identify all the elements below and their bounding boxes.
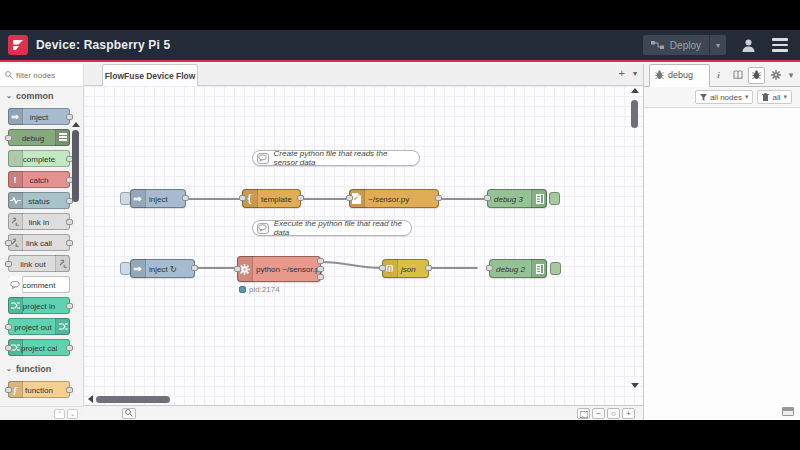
input-port[interactable]: [5, 387, 12, 393]
node-inject1[interactable]: ⇒ inject: [130, 189, 186, 208]
deploy-options-caret[interactable]: ▾: [709, 35, 726, 55]
filter-nodes-button[interactable]: all nodes ▾: [695, 90, 754, 104]
output-port[interactable]: [297, 195, 304, 201]
palette-node-debug[interactable]: debug: [8, 129, 70, 146]
input-port[interactable]: [239, 195, 246, 201]
input-port[interactable]: [486, 265, 493, 271]
config-tab-icon[interactable]: [767, 67, 784, 84]
flow-list-button[interactable]: ▾: [633, 69, 637, 78]
output-port[interactable]: [425, 265, 432, 271]
palette-node-comment[interactable]: comment: [8, 276, 70, 293]
palette-node-catch[interactable]: ! catch: [8, 171, 70, 188]
palette-filter-input[interactable]: [16, 71, 74, 80]
comment-node-execute-python[interactable]: Execute the python file that read the da…: [252, 220, 412, 236]
bug-icon: [655, 70, 664, 80]
output-port[interactable]: [191, 265, 198, 271]
input-port[interactable]: [484, 195, 491, 201]
output-port[interactable]: [66, 303, 73, 309]
debug2-toggle-button[interactable]: [550, 262, 561, 275]
canvas-search-button[interactable]: [122, 408, 136, 419]
input-port[interactable]: [5, 345, 12, 351]
link-icon: [55, 255, 70, 272]
gear-icon: [771, 70, 781, 80]
palette-node-link-call[interactable]: link call: [8, 234, 70, 251]
flow-canvas[interactable]: Create python file that reads the sensor…: [84, 86, 643, 405]
inject-icon: ⇒: [130, 189, 146, 208]
canvas-hscrollbar[interactable]: [88, 395, 170, 403]
palette-scrollbar[interactable]: [72, 122, 79, 242]
output-port[interactable]: [66, 387, 73, 393]
comment-node-create-python[interactable]: Create python file that reads the sensor…: [252, 150, 420, 166]
debug3-toggle-button[interactable]: [549, 192, 560, 205]
palette-scrollbar-thumb[interactable]: [72, 130, 79, 202]
output-port-rc[interactable]: [317, 274, 324, 280]
help-tab-icon[interactable]: [729, 67, 746, 84]
output-port[interactable]: [66, 345, 73, 351]
palette-scroll-up-button[interactable]: ⌃: [54, 409, 65, 419]
output-port[interactable]: [66, 114, 73, 120]
deploy-label: Deploy: [670, 40, 701, 51]
flowfuse-logo-icon: [8, 35, 28, 55]
sidebar-tabs-caret[interactable]: ▾: [786, 67, 796, 84]
tab-flowfuse-device-flow[interactable]: FlowFuse Device Flow: [102, 64, 198, 86]
palette-node-project-in[interactable]: project in: [8, 297, 70, 314]
palette-node-status[interactable]: status: [8, 192, 70, 209]
node-template[interactable]: { template: [242, 189, 301, 208]
comment-icon: [257, 153, 269, 164]
deploy-button[interactable]: Deploy ▾: [643, 35, 726, 55]
debug-messages-panel: [644, 108, 800, 420]
palette-node-complete[interactable]: ! complete: [8, 150, 70, 167]
canvas-hscrollbar-thumb[interactable]: [96, 396, 170, 403]
node-debug3[interactable]: debug 3: [487, 189, 547, 208]
palette-node-project-call[interactable]: project call: [8, 339, 70, 356]
project-icon: [55, 318, 70, 335]
main-menu-icon[interactable]: [770, 35, 790, 55]
output-port-stderr[interactable]: [317, 266, 324, 272]
input-port[interactable]: [234, 266, 241, 272]
debug-tab-icon[interactable]: [748, 67, 765, 84]
palette-node-function[interactable]: f function: [8, 381, 70, 398]
palette-node-project-out[interactable]: project out: [8, 318, 70, 335]
output-port-stdout[interactable]: [317, 258, 324, 264]
search-icon: [5, 71, 13, 79]
node-file-write[interactable]: ~/sensor.py: [349, 189, 439, 208]
input-port[interactable]: [5, 240, 12, 246]
input-port[interactable]: [5, 135, 12, 141]
node-inject2[interactable]: ⇒ inject ↻: [130, 259, 195, 278]
input-port[interactable]: [5, 324, 12, 330]
palette-node-link-out[interactable]: link out: [8, 255, 70, 272]
palette-category-function[interactable]: ⌄ function: [0, 360, 83, 377]
add-flow-button[interactable]: +: [619, 67, 625, 79]
zoom-reset-button[interactable]: ○: [607, 408, 620, 419]
workspace-tabbar: FlowFuse Device Flow + ▾: [84, 64, 643, 86]
output-port[interactable]: [182, 195, 189, 201]
sidebar-tab-debug[interactable]: debug: [649, 64, 710, 87]
exec-status: pid:2174: [239, 285, 280, 294]
info-tab-icon[interactable]: i: [710, 67, 727, 84]
canvas-vscrollbar-thumb[interactable]: [631, 100, 638, 128]
zoom-in-button[interactable]: +: [622, 408, 635, 419]
palette-category-common[interactable]: ⌄ common: [0, 87, 83, 104]
console-icon[interactable]: [782, 407, 794, 416]
workspace: FlowFuse Device Flow + ▾: [84, 64, 643, 420]
zoom-out-button[interactable]: −: [592, 408, 605, 419]
palette-node-link-in[interactable]: link in: [8, 213, 70, 230]
input-port[interactable]: [346, 195, 353, 201]
status-dot: [239, 286, 246, 293]
user-icon[interactable]: [738, 35, 758, 55]
node-debug2[interactable]: debug 2: [489, 259, 547, 278]
node-exec[interactable]: python ~/sensor.py: [237, 256, 321, 282]
input-port[interactable]: [379, 265, 386, 271]
comment-icon: [257, 223, 269, 234]
palette-scroll-down-button[interactable]: ⌄: [67, 409, 78, 419]
inject-icon: ⇒: [130, 259, 146, 278]
canvas-vscrollbar[interactable]: [631, 88, 639, 388]
input-port[interactable]: [5, 261, 12, 267]
header: Device: Raspberry Pi 5 Deploy ▾: [0, 30, 800, 62]
minimap-button[interactable]: [577, 408, 590, 419]
palette-search[interactable]: [0, 64, 83, 87]
node-json[interactable]: {} json: [382, 259, 429, 278]
output-port[interactable]: [435, 195, 442, 201]
palette-node-inject[interactable]: ⇒ inject: [8, 108, 70, 125]
clear-messages-button[interactable]: all ▾: [757, 90, 792, 104]
